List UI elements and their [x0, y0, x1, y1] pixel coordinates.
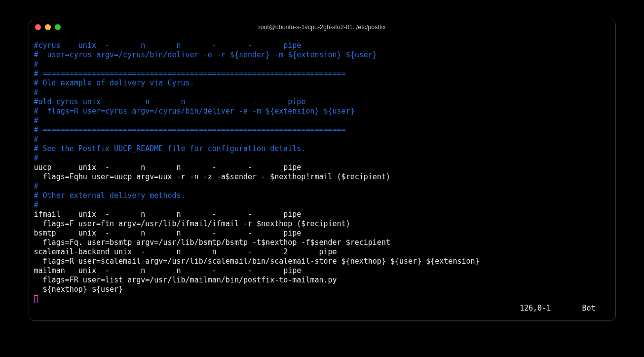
- minimize-icon[interactable]: [45, 24, 51, 30]
- cursor-line: [34, 294, 610, 304]
- code-line: bsmtp unix - n n - - pipe: [34, 229, 610, 238]
- code-line: flags=FR user=list argv=/usr/lib/mailman…: [34, 276, 610, 285]
- code-line: # user=cyrus argv=/cyrus/bin/deliver -e …: [34, 50, 610, 60]
- code-line: #: [34, 88, 610, 97]
- window-title: root@ubuntu-s-1vcpu-2gb-sfo2-01: /etc/po…: [29, 24, 615, 31]
- code-line: mailman unix - n n - - pipe: [34, 266, 610, 276]
- code-line: ifmail unix - n n - - pipe: [34, 210, 610, 219]
- code-line: #cyrus unix - n n - - pipe: [34, 41, 610, 50]
- terminal-body[interactable]: #cyrus unix - n n - - pipe# user=cyrus a…: [29, 34, 615, 320]
- terminal-window: root@ubuntu-s-1vcpu-2gb-sfo2-01: /etc/po…: [29, 20, 616, 321]
- code-line: # Other external delivery methods.: [34, 191, 610, 200]
- code-line: # flags=R user=cyrus argv=/cyrus/bin/del…: [34, 107, 610, 116]
- code-line: flags=F user=ftn argv=/usr/lib/ifmail/if…: [34, 219, 610, 229]
- code-line: #: [34, 135, 610, 144]
- zoom-icon[interactable]: [55, 24, 61, 30]
- vim-status-line: 126,0-1 Bot: [34, 304, 610, 313]
- code-line: #: [34, 60, 610, 69]
- code-line: ${nexthop} ${user}: [34, 285, 610, 294]
- code-line: # ======================================…: [34, 69, 610, 79]
- code-line: # Old example of delivery via Cyrus.: [34, 79, 610, 88]
- title-bar: root@ubuntu-s-1vcpu-2gb-sfo2-01: /etc/po…: [29, 20, 615, 34]
- code-line: # ======================================…: [34, 125, 610, 135]
- file-content: #cyrus unix - n n - - pipe# user=cyrus a…: [34, 41, 610, 294]
- code-line: #: [34, 116, 610, 125]
- close-icon[interactable]: [35, 24, 41, 30]
- cursor-icon: [34, 295, 38, 303]
- code-line: scalemail-backend unix - n n - 2 pipe: [34, 247, 610, 257]
- code-line: #old-cyrus unix - n n - - pipe: [34, 97, 610, 107]
- code-line: #: [34, 182, 610, 191]
- code-line: #: [34, 200, 610, 210]
- code-line: uucp unix - n n - - pipe: [34, 163, 610, 172]
- cursor-position: 126,0-1 Bot: [520, 304, 596, 313]
- code-line: flags=R user=scalemail argv=/usr/lib/sca…: [34, 257, 610, 266]
- code-line: # See the Postfix UUCP_README file for c…: [34, 144, 610, 154]
- code-line: #: [34, 154, 610, 163]
- code-line: flags=Fqhu user=uucp argv=uux -r -n -z -…: [34, 172, 610, 182]
- traffic-lights: [35, 24, 61, 30]
- code-line: flags=Fq. user=bsmtp argv=/usr/lib/bsmtp…: [34, 238, 610, 247]
